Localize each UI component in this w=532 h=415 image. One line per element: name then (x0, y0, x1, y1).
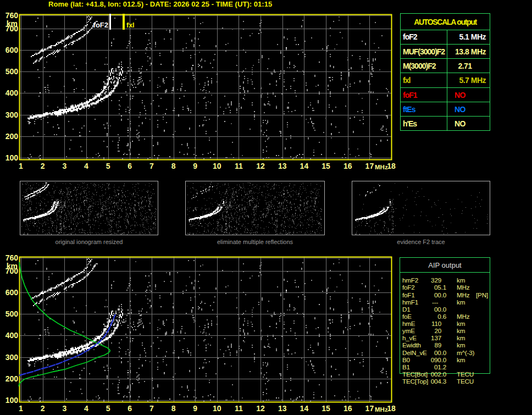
svg-text:8: 8 (171, 162, 176, 170)
svg-text:100: 100 (5, 153, 19, 162)
svg-text:13: 13 (278, 162, 287, 170)
svg-text:300: 300 (5, 353, 19, 362)
svg-text:11: 11 (235, 162, 243, 170)
svg-text:14: 14 (300, 162, 309, 170)
svg-text:foF2: foF2 (93, 21, 108, 29)
svg-text:400: 400 (5, 331, 19, 340)
svg-text:13: 13 (278, 404, 287, 413)
svg-text:2: 2 (41, 404, 45, 413)
svg-text:15: 15 (322, 162, 330, 170)
svg-text:12: 12 (256, 162, 265, 170)
svg-text:7: 7 (149, 404, 154, 413)
svg-text:600: 600 (5, 46, 19, 54)
svg-text:5: 5 (106, 404, 110, 413)
svg-text:100: 100 (5, 396, 19, 405)
svg-text:12: 12 (256, 404, 265, 413)
svg-text:2: 2 (41, 162, 45, 170)
svg-text:400: 400 (5, 88, 19, 97)
svg-text:15: 15 (322, 404, 330, 413)
svg-text:500: 500 (5, 67, 19, 76)
svg-text:760: 760 (5, 253, 19, 262)
svg-text:MHz: MHz (375, 406, 388, 413)
svg-text:7: 7 (149, 162, 154, 170)
svg-text:760: 760 (5, 11, 19, 20)
svg-text:8: 8 (171, 404, 176, 413)
svg-text:11: 11 (235, 404, 243, 413)
svg-text:5: 5 (106, 162, 110, 170)
svg-text:16: 16 (343, 162, 352, 170)
svg-text:14: 14 (300, 404, 309, 413)
svg-text:10: 10 (213, 404, 221, 413)
svg-text:3: 3 (62, 162, 66, 170)
svg-text:km: km (7, 19, 18, 28)
svg-text:200: 200 (5, 374, 19, 383)
svg-text:4: 4 (84, 162, 88, 170)
svg-text:6: 6 (128, 404, 132, 413)
svg-text:km: km (7, 262, 18, 270)
svg-text:16: 16 (343, 404, 352, 413)
svg-text:18: 18 (387, 404, 396, 413)
svg-text:4: 4 (84, 404, 88, 413)
svg-text:10: 10 (213, 162, 221, 170)
svg-text:500: 500 (5, 309, 19, 318)
svg-text:200: 200 (5, 132, 19, 141)
svg-text:9: 9 (193, 404, 197, 413)
svg-text:3: 3 (62, 404, 66, 413)
svg-text:600: 600 (5, 288, 19, 297)
svg-text:MHz: MHz (375, 164, 388, 170)
svg-text:17: 17 (365, 404, 374, 413)
svg-text:18: 18 (387, 162, 396, 170)
svg-text:1: 1 (19, 162, 23, 170)
svg-text:9: 9 (193, 162, 197, 170)
svg-text:6: 6 (128, 162, 132, 170)
svg-text:17: 17 (365, 162, 374, 170)
svg-text:1: 1 (19, 404, 23, 413)
svg-text:300: 300 (5, 110, 19, 119)
svg-text:fxl: fxl (126, 21, 135, 29)
